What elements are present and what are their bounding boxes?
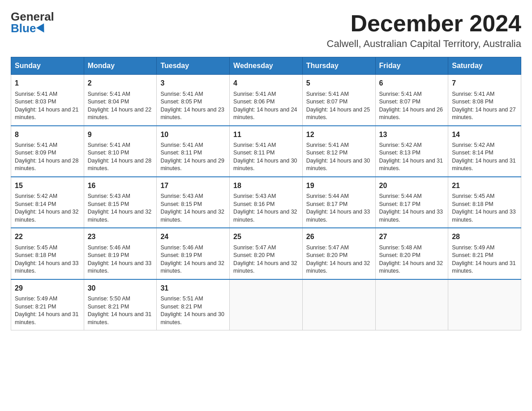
month-title: December 2024 bbox=[327, 11, 521, 36]
day-number: 30 bbox=[88, 283, 153, 293]
day-number: 6 bbox=[379, 78, 445, 88]
day-number: 22 bbox=[15, 232, 80, 242]
calendar-cell: 14Sunrise: 5:42 AMSunset: 8:14 PMDayligh… bbox=[448, 126, 521, 177]
calendar-cell: 5Sunrise: 5:41 AMSunset: 8:07 PMDaylight… bbox=[302, 75, 375, 126]
day-number: 19 bbox=[306, 181, 372, 191]
day-number: 14 bbox=[452, 130, 517, 140]
day-info: Sunrise: 5:43 AMSunset: 8:15 PMDaylight:… bbox=[88, 193, 153, 224]
calendar-cell: 13Sunrise: 5:42 AMSunset: 8:13 PMDayligh… bbox=[375, 126, 448, 177]
day-info: Sunrise: 5:44 AMSunset: 8:17 PMDaylight:… bbox=[306, 193, 372, 224]
calendar-cell: 24Sunrise: 5:46 AMSunset: 8:19 PMDayligh… bbox=[157, 228, 230, 279]
day-info: Sunrise: 5:41 AMSunset: 8:05 PMDaylight:… bbox=[160, 90, 226, 122]
day-number: 4 bbox=[233, 78, 299, 88]
day-number: 9 bbox=[88, 130, 153, 140]
day-info: Sunrise: 5:41 AMSunset: 8:10 PMDaylight:… bbox=[88, 141, 153, 173]
calendar-cell: 30Sunrise: 5:50 AMSunset: 8:21 PMDayligh… bbox=[84, 279, 157, 330]
day-info: Sunrise: 5:50 AMSunset: 8:21 PMDaylight:… bbox=[88, 295, 153, 326]
logo: General Blue bbox=[11, 11, 54, 34]
day-number: 1 bbox=[15, 78, 80, 88]
day-number: 12 bbox=[306, 130, 372, 140]
day-info: Sunrise: 5:47 AMSunset: 8:20 PMDaylight:… bbox=[306, 244, 372, 275]
day-info: Sunrise: 5:45 AMSunset: 8:18 PMDaylight:… bbox=[15, 244, 80, 275]
day-info: Sunrise: 5:42 AMSunset: 8:13 PMDaylight:… bbox=[379, 141, 445, 173]
calendar-header-row: SundayMondayTuesdayWednesdayThursdayFrid… bbox=[11, 57, 521, 75]
calendar-cell: 1Sunrise: 5:41 AMSunset: 8:03 PMDaylight… bbox=[11, 75, 84, 126]
day-info: Sunrise: 5:41 AMSunset: 8:06 PMDaylight:… bbox=[233, 90, 299, 122]
calendar-cell: 29Sunrise: 5:49 AMSunset: 8:21 PMDayligh… bbox=[11, 279, 84, 330]
calendar-cell: 19Sunrise: 5:44 AMSunset: 8:17 PMDayligh… bbox=[302, 177, 375, 228]
calendar-cell: 23Sunrise: 5:46 AMSunset: 8:19 PMDayligh… bbox=[84, 228, 157, 279]
calendar-cell: 6Sunrise: 5:41 AMSunset: 8:07 PMDaylight… bbox=[375, 75, 448, 126]
day-info: Sunrise: 5:46 AMSunset: 8:19 PMDaylight:… bbox=[160, 244, 226, 275]
day-number: 24 bbox=[160, 232, 226, 242]
day-number: 26 bbox=[306, 232, 372, 242]
day-info: Sunrise: 5:43 AMSunset: 8:15 PMDaylight:… bbox=[160, 193, 226, 224]
header-monday: Monday bbox=[84, 57, 157, 75]
calendar-cell: 12Sunrise: 5:41 AMSunset: 8:12 PMDayligh… bbox=[302, 126, 375, 177]
calendar-week-row: 1Sunrise: 5:41 AMSunset: 8:03 PMDaylight… bbox=[11, 75, 521, 126]
day-info: Sunrise: 5:41 AMSunset: 8:08 PMDaylight:… bbox=[452, 90, 517, 122]
day-number: 20 bbox=[379, 181, 445, 191]
day-number: 18 bbox=[233, 181, 299, 191]
calendar-week-row: 29Sunrise: 5:49 AMSunset: 8:21 PMDayligh… bbox=[11, 279, 521, 330]
day-number: 31 bbox=[160, 283, 226, 293]
header-sunday: Sunday bbox=[11, 57, 84, 75]
day-number: 29 bbox=[15, 283, 80, 293]
day-info: Sunrise: 5:41 AMSunset: 8:07 PMDaylight:… bbox=[379, 90, 445, 122]
calendar-week-row: 22Sunrise: 5:45 AMSunset: 8:18 PMDayligh… bbox=[11, 228, 521, 279]
calendar-cell: 21Sunrise: 5:45 AMSunset: 8:18 PMDayligh… bbox=[448, 177, 521, 228]
calendar-cell: 20Sunrise: 5:44 AMSunset: 8:17 PMDayligh… bbox=[375, 177, 448, 228]
header-friday: Friday bbox=[375, 57, 448, 75]
calendar-week-row: 15Sunrise: 5:42 AMSunset: 8:14 PMDayligh… bbox=[11, 177, 521, 228]
calendar-cell: 17Sunrise: 5:43 AMSunset: 8:15 PMDayligh… bbox=[157, 177, 230, 228]
day-info: Sunrise: 5:43 AMSunset: 8:16 PMDaylight:… bbox=[233, 193, 299, 224]
location-title: Calwell, Australian Capital Territory, A… bbox=[327, 38, 521, 50]
day-number: 27 bbox=[379, 232, 445, 242]
day-info: Sunrise: 5:46 AMSunset: 8:19 PMDaylight:… bbox=[88, 244, 153, 275]
day-info: Sunrise: 5:47 AMSunset: 8:20 PMDaylight:… bbox=[233, 244, 299, 275]
calendar-cell: 22Sunrise: 5:45 AMSunset: 8:18 PMDayligh… bbox=[11, 228, 84, 279]
day-number: 7 bbox=[452, 78, 517, 88]
calendar-cell: 15Sunrise: 5:42 AMSunset: 8:14 PMDayligh… bbox=[11, 177, 84, 228]
header-thursday: Thursday bbox=[302, 57, 375, 75]
day-number: 25 bbox=[233, 232, 299, 242]
day-info: Sunrise: 5:41 AMSunset: 8:04 PMDaylight:… bbox=[88, 90, 153, 122]
day-info: Sunrise: 5:41 AMSunset: 8:03 PMDaylight:… bbox=[15, 90, 80, 122]
day-number: 28 bbox=[452, 232, 517, 242]
calendar-cell bbox=[375, 279, 448, 330]
calendar-cell bbox=[230, 279, 303, 330]
day-number: 3 bbox=[160, 78, 226, 88]
day-info: Sunrise: 5:49 AMSunset: 8:21 PMDaylight:… bbox=[452, 244, 517, 275]
day-number: 11 bbox=[233, 130, 299, 140]
calendar-cell: 31Sunrise: 5:51 AMSunset: 8:21 PMDayligh… bbox=[157, 279, 230, 330]
logo-blue-text: Blue bbox=[11, 22, 47, 34]
calendar-cell: 10Sunrise: 5:41 AMSunset: 8:11 PMDayligh… bbox=[157, 126, 230, 177]
calendar-cell: 3Sunrise: 5:41 AMSunset: 8:05 PMDaylight… bbox=[157, 75, 230, 126]
header-tuesday: Tuesday bbox=[157, 57, 230, 75]
day-number: 16 bbox=[88, 181, 153, 191]
calendar-cell: 28Sunrise: 5:49 AMSunset: 8:21 PMDayligh… bbox=[448, 228, 521, 279]
day-number: 5 bbox=[306, 78, 372, 88]
header-saturday: Saturday bbox=[448, 57, 521, 75]
day-number: 13 bbox=[379, 130, 445, 140]
day-info: Sunrise: 5:44 AMSunset: 8:17 PMDaylight:… bbox=[379, 193, 445, 224]
day-info: Sunrise: 5:51 AMSunset: 8:21 PMDaylight:… bbox=[160, 295, 226, 326]
day-number: 23 bbox=[88, 232, 153, 242]
calendar-cell bbox=[448, 279, 521, 330]
day-number: 2 bbox=[88, 78, 153, 88]
page-header: General Blue December 2024 Calwell, Aust… bbox=[11, 11, 521, 50]
calendar-cell: 2Sunrise: 5:41 AMSunset: 8:04 PMDaylight… bbox=[84, 75, 157, 126]
title-area: December 2024 Calwell, Australian Capita… bbox=[327, 11, 521, 50]
day-info: Sunrise: 5:41 AMSunset: 8:07 PMDaylight:… bbox=[306, 90, 372, 122]
calendar-cell: 27Sunrise: 5:48 AMSunset: 8:20 PMDayligh… bbox=[375, 228, 448, 279]
day-number: 17 bbox=[160, 181, 226, 191]
logo-triangle-icon bbox=[36, 23, 48, 35]
calendar-week-row: 8Sunrise: 5:41 AMSunset: 8:09 PMDaylight… bbox=[11, 126, 521, 177]
calendar-cell: 7Sunrise: 5:41 AMSunset: 8:08 PMDaylight… bbox=[448, 75, 521, 126]
calendar-cell: 9Sunrise: 5:41 AMSunset: 8:10 PMDaylight… bbox=[84, 126, 157, 177]
calendar-cell: 11Sunrise: 5:41 AMSunset: 8:11 PMDayligh… bbox=[230, 126, 303, 177]
day-info: Sunrise: 5:49 AMSunset: 8:21 PMDaylight:… bbox=[15, 295, 80, 326]
calendar-cell: 18Sunrise: 5:43 AMSunset: 8:16 PMDayligh… bbox=[230, 177, 303, 228]
day-info: Sunrise: 5:41 AMSunset: 8:12 PMDaylight:… bbox=[306, 141, 372, 173]
day-info: Sunrise: 5:42 AMSunset: 8:14 PMDaylight:… bbox=[15, 193, 80, 224]
